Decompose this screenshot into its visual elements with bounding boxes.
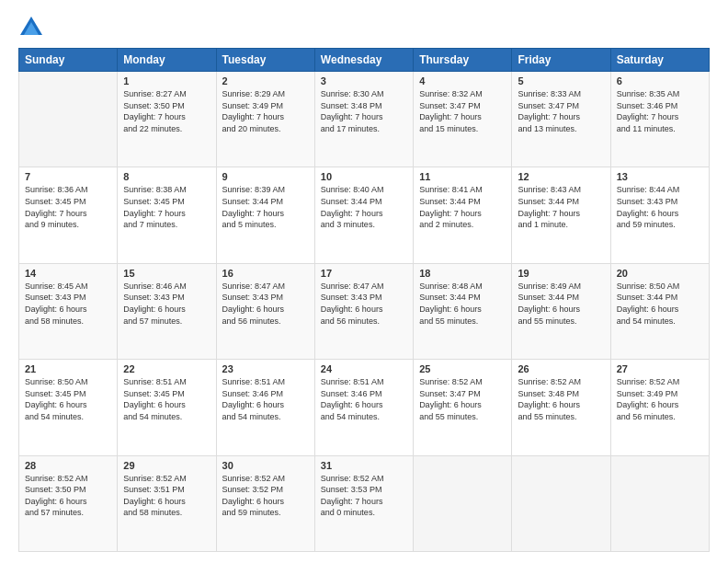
week-row-0: 1Sunrise: 8:27 AM Sunset: 3:50 PM Daylig…	[19, 72, 710, 167]
calendar-cell: 9Sunrise: 8:39 AM Sunset: 3:44 PM Daylig…	[216, 167, 314, 263]
day-info: Sunrise: 8:29 AM Sunset: 3:49 PM Dayligh…	[222, 88, 309, 134]
day-info: Sunrise: 8:52 AM Sunset: 3:50 PM Dayligh…	[25, 473, 111, 519]
calendar-cell: 27Sunrise: 8:52 AM Sunset: 3:49 PM Dayli…	[610, 360, 709, 455]
day-info: Sunrise: 8:52 AM Sunset: 3:51 PM Dayligh…	[123, 473, 210, 519]
calendar-cell: 13Sunrise: 8:44 AM Sunset: 3:43 PM Dayli…	[610, 167, 709, 263]
day-number: 2	[222, 75, 309, 86]
day-number: 6	[617, 75, 703, 86]
day-info: Sunrise: 8:36 AM Sunset: 3:45 PM Dayligh…	[25, 184, 111, 230]
calendar-body: 1Sunrise: 8:27 AM Sunset: 3:50 PM Daylig…	[19, 72, 710, 552]
day-number: 5	[518, 75, 604, 86]
day-number: 24	[321, 363, 407, 374]
day-number: 30	[222, 460, 309, 471]
week-row-4: 28Sunrise: 8:52 AM Sunset: 3:50 PM Dayli…	[19, 455, 710, 551]
calendar-cell: 19Sunrise: 8:49 AM Sunset: 3:44 PM Dayli…	[512, 263, 610, 359]
calendar-cell	[512, 455, 610, 551]
day-number: 31	[321, 460, 407, 471]
day-number: 4	[419, 75, 506, 86]
calendar-cell: 18Sunrise: 8:48 AM Sunset: 3:44 PM Dayli…	[414, 263, 512, 359]
calendar-cell: 12Sunrise: 8:43 AM Sunset: 3:44 PM Dayli…	[512, 167, 610, 263]
day-number: 13	[617, 171, 703, 182]
day-info: Sunrise: 8:52 AM Sunset: 3:53 PM Dayligh…	[321, 473, 407, 519]
calendar-cell: 15Sunrise: 8:46 AM Sunset: 3:43 PM Dayli…	[118, 263, 216, 359]
calendar-cell: 21Sunrise: 8:50 AM Sunset: 3:45 PM Dayli…	[19, 360, 118, 455]
day-number: 22	[123, 363, 210, 374]
day-number: 16	[222, 268, 309, 279]
col-header-saturday: Saturday	[610, 49, 709, 72]
calendar-cell: 8Sunrise: 8:38 AM Sunset: 3:45 PM Daylig…	[118, 167, 216, 263]
calendar-cell: 1Sunrise: 8:27 AM Sunset: 3:50 PM Daylig…	[118, 72, 216, 167]
day-info: Sunrise: 8:39 AM Sunset: 3:44 PM Dayligh…	[222, 184, 309, 230]
header	[18, 15, 710, 40]
calendar-cell: 14Sunrise: 8:45 AM Sunset: 3:43 PM Dayli…	[19, 263, 118, 359]
day-info: Sunrise: 8:46 AM Sunset: 3:43 PM Dayligh…	[123, 281, 210, 327]
day-info: Sunrise: 8:30 AM Sunset: 3:48 PM Dayligh…	[321, 88, 407, 134]
col-header-monday: Monday	[118, 49, 216, 72]
calendar-cell: 26Sunrise: 8:52 AM Sunset: 3:48 PM Dayli…	[512, 360, 610, 455]
calendar-cell: 7Sunrise: 8:36 AM Sunset: 3:45 PM Daylig…	[19, 167, 118, 263]
day-number: 26	[518, 363, 604, 374]
day-info: Sunrise: 8:52 AM Sunset: 3:47 PM Dayligh…	[419, 376, 506, 422]
day-number: 21	[25, 363, 111, 374]
week-row-3: 21Sunrise: 8:50 AM Sunset: 3:45 PM Dayli…	[19, 360, 710, 455]
day-number: 9	[222, 171, 309, 182]
calendar-cell: 6Sunrise: 8:35 AM Sunset: 3:46 PM Daylig…	[610, 72, 709, 167]
day-number: 25	[419, 363, 506, 374]
calendar-cell: 30Sunrise: 8:52 AM Sunset: 3:52 PM Dayli…	[216, 455, 314, 551]
calendar-cell: 17Sunrise: 8:47 AM Sunset: 3:43 PM Dayli…	[314, 263, 413, 359]
calendar-cell: 25Sunrise: 8:52 AM Sunset: 3:47 PM Dayli…	[414, 360, 512, 455]
day-info: Sunrise: 8:40 AM Sunset: 3:44 PM Dayligh…	[321, 184, 407, 230]
calendar-table: SundayMondayTuesdayWednesdayThursdayFrid…	[18, 48, 710, 552]
calendar-cell	[19, 72, 118, 167]
day-info: Sunrise: 8:50 AM Sunset: 3:45 PM Dayligh…	[25, 376, 111, 422]
day-info: Sunrise: 8:41 AM Sunset: 3:44 PM Dayligh…	[419, 184, 506, 230]
day-info: Sunrise: 8:48 AM Sunset: 3:44 PM Dayligh…	[419, 281, 506, 327]
day-number: 11	[419, 171, 506, 182]
logo	[18, 15, 48, 40]
page: SundayMondayTuesdayWednesdayThursdayFrid…	[0, 0, 728, 563]
day-number: 7	[25, 171, 111, 182]
week-row-2: 14Sunrise: 8:45 AM Sunset: 3:43 PM Dayli…	[19, 263, 710, 359]
calendar-cell: 11Sunrise: 8:41 AM Sunset: 3:44 PM Dayli…	[414, 167, 512, 263]
col-header-friday: Friday	[512, 49, 610, 72]
day-number: 15	[123, 268, 210, 279]
day-info: Sunrise: 8:49 AM Sunset: 3:44 PM Dayligh…	[518, 281, 604, 327]
day-number: 14	[25, 268, 111, 279]
header-row: SundayMondayTuesdayWednesdayThursdayFrid…	[19, 49, 710, 72]
day-info: Sunrise: 8:52 AM Sunset: 3:52 PM Dayligh…	[222, 473, 309, 519]
calendar-cell	[610, 455, 709, 551]
calendar-cell: 29Sunrise: 8:52 AM Sunset: 3:51 PM Dayli…	[118, 455, 216, 551]
calendar-cell: 3Sunrise: 8:30 AM Sunset: 3:48 PM Daylig…	[314, 72, 413, 167]
calendar-cell: 20Sunrise: 8:50 AM Sunset: 3:44 PM Dayli…	[610, 263, 709, 359]
col-header-wednesday: Wednesday	[314, 49, 413, 72]
day-number: 1	[123, 75, 210, 86]
col-header-tuesday: Tuesday	[216, 49, 314, 72]
day-info: Sunrise: 8:33 AM Sunset: 3:47 PM Dayligh…	[518, 88, 604, 134]
day-info: Sunrise: 8:43 AM Sunset: 3:44 PM Dayligh…	[518, 184, 604, 230]
calendar-cell: 4Sunrise: 8:32 AM Sunset: 3:47 PM Daylig…	[414, 72, 512, 167]
day-info: Sunrise: 8:51 AM Sunset: 3:46 PM Dayligh…	[321, 376, 407, 422]
calendar-cell: 22Sunrise: 8:51 AM Sunset: 3:45 PM Dayli…	[118, 360, 216, 455]
calendar-cell: 5Sunrise: 8:33 AM Sunset: 3:47 PM Daylig…	[512, 72, 610, 167]
calendar-cell	[414, 455, 512, 551]
day-number: 12	[518, 171, 604, 182]
col-header-thursday: Thursday	[414, 49, 512, 72]
day-number: 29	[123, 460, 210, 471]
day-number: 18	[419, 268, 506, 279]
calendar-cell: 28Sunrise: 8:52 AM Sunset: 3:50 PM Dayli…	[19, 455, 118, 551]
day-number: 27	[617, 363, 703, 374]
day-info: Sunrise: 8:47 AM Sunset: 3:43 PM Dayligh…	[321, 281, 407, 327]
day-info: Sunrise: 8:51 AM Sunset: 3:45 PM Dayligh…	[123, 376, 210, 422]
day-info: Sunrise: 8:50 AM Sunset: 3:44 PM Dayligh…	[617, 281, 703, 327]
calendar-cell: 23Sunrise: 8:51 AM Sunset: 3:46 PM Dayli…	[216, 360, 314, 455]
day-number: 17	[321, 268, 407, 279]
calendar-cell: 16Sunrise: 8:47 AM Sunset: 3:43 PM Dayli…	[216, 263, 314, 359]
day-number: 28	[25, 460, 111, 471]
calendar-cell: 10Sunrise: 8:40 AM Sunset: 3:44 PM Dayli…	[314, 167, 413, 263]
day-info: Sunrise: 8:27 AM Sunset: 3:50 PM Dayligh…	[123, 88, 210, 134]
day-info: Sunrise: 8:52 AM Sunset: 3:48 PM Dayligh…	[518, 376, 604, 422]
day-info: Sunrise: 8:47 AM Sunset: 3:43 PM Dayligh…	[222, 281, 309, 327]
day-number: 8	[123, 171, 210, 182]
day-info: Sunrise: 8:45 AM Sunset: 3:43 PM Dayligh…	[25, 281, 111, 327]
calendar-header: SundayMondayTuesdayWednesdayThursdayFrid…	[19, 49, 710, 72]
